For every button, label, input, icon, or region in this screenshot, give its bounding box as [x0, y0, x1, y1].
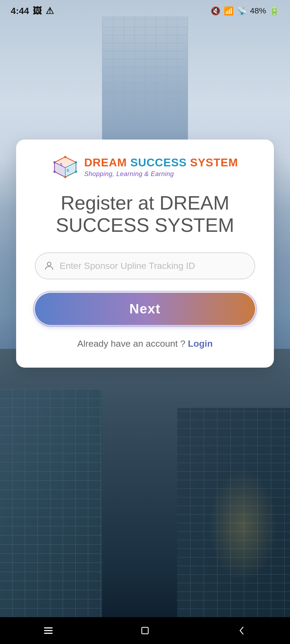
svg-rect-16	[142, 627, 148, 634]
logo-title: DREAM SUCCESS SYSTEM	[84, 156, 238, 169]
logo-dream: DREAM	[84, 156, 130, 169]
logo-system: SYSTEM	[190, 156, 238, 169]
user-icon	[44, 260, 55, 272]
login-link[interactable]: Login	[188, 338, 213, 349]
battery-display: 48%	[250, 6, 266, 15]
heading-text: Register at DREAM SUCCESS SYSTEM	[56, 192, 234, 236]
next-button[interactable]: Next	[35, 293, 255, 325]
battery-icon: 🔋	[269, 6, 279, 16]
logo-icon: S S	[52, 156, 79, 178]
svg-point-11	[53, 171, 56, 173]
registration-card: S S DREAM SUCCESS SYSTEM Shopping, Learn…	[16, 140, 274, 368]
svg-text:S: S	[60, 162, 62, 167]
svg-text:S: S	[67, 168, 69, 173]
building-right	[177, 408, 290, 617]
status-right: 🔇 📶 📡 48% 🔋	[211, 6, 279, 16]
svg-point-8	[53, 161, 56, 163]
lit-windows	[188, 429, 279, 590]
login-area: Already have an account ? Login	[35, 338, 255, 349]
gallery-icon: 🖼	[33, 6, 42, 16]
logo-text: DREAM SUCCESS SYSTEM Shopping, Learning …	[84, 156, 238, 177]
svg-rect-13	[44, 627, 53, 628]
already-account-text: Already have an account ?	[77, 338, 188, 349]
svg-point-9	[64, 176, 66, 178]
alert-icon: ⚠	[46, 5, 54, 16]
nav-back-icon[interactable]	[231, 623, 252, 639]
sponsor-tracking-id-input[interactable]	[35, 253, 255, 279]
signal-icon: 📡	[237, 6, 247, 16]
mute-icon: 🔇	[211, 6, 220, 16]
tracking-id-wrapper	[35, 253, 255, 279]
logo-success: SUCCESS	[130, 156, 190, 169]
svg-point-6	[64, 156, 66, 158]
status-left: 4:44 🖼 ⚠	[11, 5, 54, 16]
svg-point-7	[75, 161, 77, 163]
svg-rect-15	[44, 633, 53, 634]
nav-menu-icon[interactable]	[38, 623, 59, 639]
svg-point-10	[75, 171, 77, 173]
nav-bar	[0, 617, 290, 644]
wifi-icon: 📶	[224, 6, 234, 16]
nav-home-icon[interactable]	[134, 623, 156, 639]
logo-subtitle: Shopping, Learning & Earning	[84, 170, 238, 178]
register-heading: Register at DREAM SUCCESS SYSTEM	[35, 192, 255, 236]
background-bottom	[0, 349, 290, 617]
logo-area: S S DREAM SUCCESS SYSTEM Shopping, Learn…	[35, 156, 255, 178]
svg-rect-14	[44, 630, 53, 631]
svg-point-12	[47, 262, 51, 266]
status-bar: 4:44 🖼 ⚠ 🔇 📶 📡 48% 🔋	[0, 0, 290, 21]
time-display: 4:44	[11, 6, 29, 16]
building-left	[0, 389, 102, 617]
